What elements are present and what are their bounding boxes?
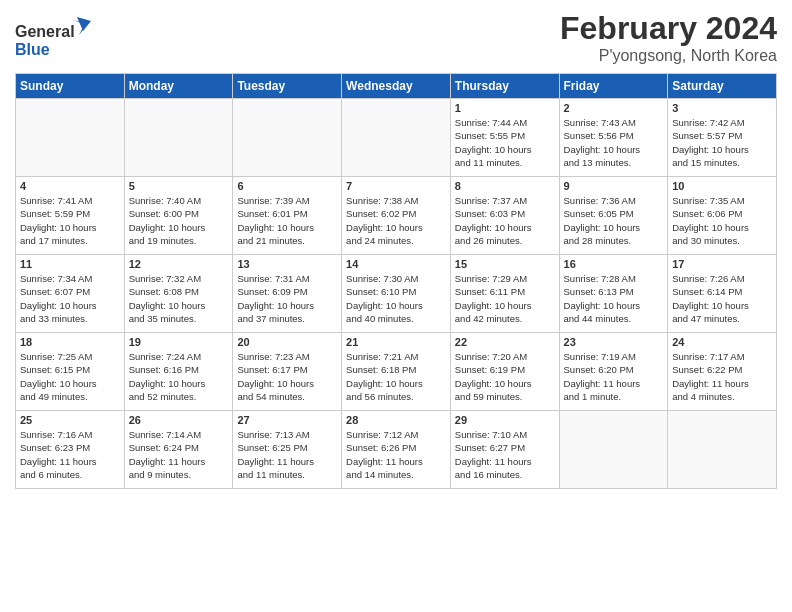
day-number: 5 [129,180,229,192]
col-saturday: Saturday [668,74,777,99]
calendar-cell: 11Sunrise: 7:34 AM Sunset: 6:07 PM Dayli… [16,255,125,333]
day-info: Sunrise: 7:26 AM Sunset: 6:14 PM Dayligh… [672,272,772,325]
day-info: Sunrise: 7:43 AM Sunset: 5:56 PM Dayligh… [564,116,664,169]
day-info: Sunrise: 7:34 AM Sunset: 6:07 PM Dayligh… [20,272,120,325]
calendar-cell: 29Sunrise: 7:10 AM Sunset: 6:27 PM Dayli… [450,411,559,489]
day-info: Sunrise: 7:10 AM Sunset: 6:27 PM Dayligh… [455,428,555,481]
logo: GeneralBlue [15,10,95,65]
day-info: Sunrise: 7:31 AM Sunset: 6:09 PM Dayligh… [237,272,337,325]
day-number: 29 [455,414,555,426]
day-number: 1 [455,102,555,114]
calendar-week-3: 18Sunrise: 7:25 AM Sunset: 6:15 PM Dayli… [16,333,777,411]
day-number: 10 [672,180,772,192]
day-info: Sunrise: 7:29 AM Sunset: 6:11 PM Dayligh… [455,272,555,325]
day-info: Sunrise: 7:35 AM Sunset: 6:06 PM Dayligh… [672,194,772,247]
page-container: GeneralBlue February 2024 P'yongsong, No… [0,0,792,499]
calendar-cell: 8Sunrise: 7:37 AM Sunset: 6:03 PM Daylig… [450,177,559,255]
day-number: 14 [346,258,446,270]
day-number: 15 [455,258,555,270]
day-number: 13 [237,258,337,270]
calendar-cell: 3Sunrise: 7:42 AM Sunset: 5:57 PM Daylig… [668,99,777,177]
day-number: 4 [20,180,120,192]
calendar-cell: 2Sunrise: 7:43 AM Sunset: 5:56 PM Daylig… [559,99,668,177]
day-info: Sunrise: 7:20 AM Sunset: 6:19 PM Dayligh… [455,350,555,403]
day-number: 26 [129,414,229,426]
day-number: 8 [455,180,555,192]
day-number: 28 [346,414,446,426]
calendar-cell [233,99,342,177]
calendar-cell: 1Sunrise: 7:44 AM Sunset: 5:55 PM Daylig… [450,99,559,177]
day-number: 16 [564,258,664,270]
day-info: Sunrise: 7:17 AM Sunset: 6:22 PM Dayligh… [672,350,772,403]
calendar-cell: 17Sunrise: 7:26 AM Sunset: 6:14 PM Dayli… [668,255,777,333]
calendar-cell: 18Sunrise: 7:25 AM Sunset: 6:15 PM Dayli… [16,333,125,411]
day-info: Sunrise: 7:19 AM Sunset: 6:20 PM Dayligh… [564,350,664,403]
day-info: Sunrise: 7:14 AM Sunset: 6:24 PM Dayligh… [129,428,229,481]
calendar-cell: 27Sunrise: 7:13 AM Sunset: 6:25 PM Dayli… [233,411,342,489]
calendar-cell: 25Sunrise: 7:16 AM Sunset: 6:23 PM Dayli… [16,411,125,489]
calendar-header-row: Sunday Monday Tuesday Wednesday Thursday… [16,74,777,99]
day-info: Sunrise: 7:36 AM Sunset: 6:05 PM Dayligh… [564,194,664,247]
day-info: Sunrise: 7:39 AM Sunset: 6:01 PM Dayligh… [237,194,337,247]
calendar-cell: 22Sunrise: 7:20 AM Sunset: 6:19 PM Dayli… [450,333,559,411]
day-info: Sunrise: 7:28 AM Sunset: 6:13 PM Dayligh… [564,272,664,325]
col-sunday: Sunday [16,74,125,99]
day-info: Sunrise: 7:12 AM Sunset: 6:26 PM Dayligh… [346,428,446,481]
day-number: 2 [564,102,664,114]
calendar-cell: 5Sunrise: 7:40 AM Sunset: 6:00 PM Daylig… [124,177,233,255]
col-wednesday: Wednesday [342,74,451,99]
calendar-cell: 26Sunrise: 7:14 AM Sunset: 6:24 PM Dayli… [124,411,233,489]
col-thursday: Thursday [450,74,559,99]
calendar-cell: 12Sunrise: 7:32 AM Sunset: 6:08 PM Dayli… [124,255,233,333]
calendar-cell: 28Sunrise: 7:12 AM Sunset: 6:26 PM Dayli… [342,411,451,489]
calendar-cell: 6Sunrise: 7:39 AM Sunset: 6:01 PM Daylig… [233,177,342,255]
day-number: 27 [237,414,337,426]
header: GeneralBlue February 2024 P'yongsong, No… [15,10,777,65]
day-number: 22 [455,336,555,348]
calendar-cell [559,411,668,489]
day-info: Sunrise: 7:38 AM Sunset: 6:02 PM Dayligh… [346,194,446,247]
calendar-cell: 13Sunrise: 7:31 AM Sunset: 6:09 PM Dayli… [233,255,342,333]
day-info: Sunrise: 7:13 AM Sunset: 6:25 PM Dayligh… [237,428,337,481]
calendar-cell: 15Sunrise: 7:29 AM Sunset: 6:11 PM Dayli… [450,255,559,333]
calendar-week-2: 11Sunrise: 7:34 AM Sunset: 6:07 PM Dayli… [16,255,777,333]
calendar-cell: 7Sunrise: 7:38 AM Sunset: 6:02 PM Daylig… [342,177,451,255]
day-number: 23 [564,336,664,348]
day-info: Sunrise: 7:30 AM Sunset: 6:10 PM Dayligh… [346,272,446,325]
day-number: 9 [564,180,664,192]
location-title: P'yongsong, North Korea [560,47,777,65]
title-area: February 2024 P'yongsong, North Korea [560,10,777,65]
day-info: Sunrise: 7:40 AM Sunset: 6:00 PM Dayligh… [129,194,229,247]
day-number: 3 [672,102,772,114]
day-info: Sunrise: 7:37 AM Sunset: 6:03 PM Dayligh… [455,194,555,247]
calendar-cell: 9Sunrise: 7:36 AM Sunset: 6:05 PM Daylig… [559,177,668,255]
day-info: Sunrise: 7:16 AM Sunset: 6:23 PM Dayligh… [20,428,120,481]
calendar-week-4: 25Sunrise: 7:16 AM Sunset: 6:23 PM Dayli… [16,411,777,489]
svg-marker-3 [77,17,91,31]
month-title: February 2024 [560,10,777,47]
day-number: 12 [129,258,229,270]
calendar-cell: 10Sunrise: 7:35 AM Sunset: 6:06 PM Dayli… [668,177,777,255]
day-info: Sunrise: 7:23 AM Sunset: 6:17 PM Dayligh… [237,350,337,403]
day-info: Sunrise: 7:44 AM Sunset: 5:55 PM Dayligh… [455,116,555,169]
day-number: 11 [20,258,120,270]
day-number: 18 [20,336,120,348]
calendar-cell: 24Sunrise: 7:17 AM Sunset: 6:22 PM Dayli… [668,333,777,411]
calendar-cell [124,99,233,177]
day-number: 20 [237,336,337,348]
day-info: Sunrise: 7:32 AM Sunset: 6:08 PM Dayligh… [129,272,229,325]
calendar-cell [668,411,777,489]
calendar-week-1: 4Sunrise: 7:41 AM Sunset: 5:59 PM Daylig… [16,177,777,255]
calendar-cell [342,99,451,177]
calendar-cell [16,99,125,177]
day-number: 24 [672,336,772,348]
calendar-cell: 16Sunrise: 7:28 AM Sunset: 6:13 PM Dayli… [559,255,668,333]
day-info: Sunrise: 7:25 AM Sunset: 6:15 PM Dayligh… [20,350,120,403]
calendar-cell: 20Sunrise: 7:23 AM Sunset: 6:17 PM Dayli… [233,333,342,411]
calendar-cell: 19Sunrise: 7:24 AM Sunset: 6:16 PM Dayli… [124,333,233,411]
col-tuesday: Tuesday [233,74,342,99]
day-number: 7 [346,180,446,192]
calendar-cell: 23Sunrise: 7:19 AM Sunset: 6:20 PM Dayli… [559,333,668,411]
day-info: Sunrise: 7:21 AM Sunset: 6:18 PM Dayligh… [346,350,446,403]
svg-text:General: General [15,23,75,40]
